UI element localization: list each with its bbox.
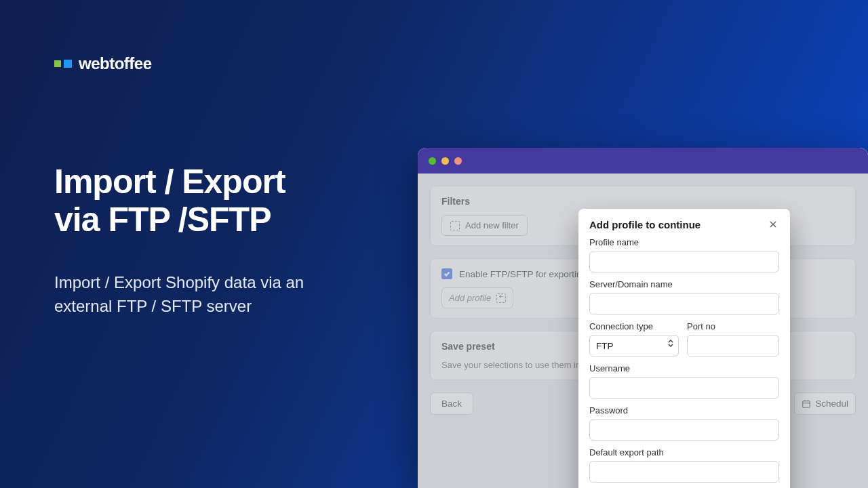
modal-title: Add profile to continue bbox=[589, 219, 701, 230]
username-input[interactable] bbox=[589, 377, 779, 399]
username-label: Username bbox=[589, 363, 779, 373]
traffic-light-icon bbox=[429, 157, 436, 165]
profile-name-input[interactable] bbox=[589, 251, 779, 272]
app-window: Filters Add new filter Enable FTP/SFTP f… bbox=[418, 148, 868, 488]
close-icon bbox=[769, 220, 777, 228]
server-domain-input[interactable] bbox=[589, 293, 779, 314]
brand-logo: webtoffee bbox=[54, 54, 152, 73]
password-label: Password bbox=[589, 405, 779, 415]
brand-name: webtoffee bbox=[79, 54, 152, 73]
profile-name-label: Profile name bbox=[589, 237, 779, 247]
port-input[interactable] bbox=[687, 335, 779, 357]
connection-type-select[interactable]: FTP bbox=[589, 335, 679, 357]
default-export-path-label: Default export path bbox=[589, 447, 779, 458]
server-domain-label: Server/Domain name bbox=[589, 279, 779, 289]
promo-canvas: webtoffee Import / Export via FTP /SFTP … bbox=[0, 0, 868, 488]
connection-type-label: Connection type bbox=[589, 321, 679, 331]
password-input[interactable] bbox=[589, 419, 779, 441]
hero-title-line1: Import / Export bbox=[54, 163, 285, 201]
logo-mark-icon bbox=[54, 60, 72, 68]
close-button[interactable] bbox=[767, 218, 779, 230]
traffic-light-icon bbox=[441, 157, 449, 165]
hero-subtitle-text: Import / Export Shopify data via an exte… bbox=[54, 271, 366, 319]
hero-subtitle: Import / Export Shopify data via an exte… bbox=[54, 271, 366, 319]
add-profile-modal: Add profile to continue Profile name Ser… bbox=[578, 209, 790, 488]
default-export-path-input[interactable] bbox=[589, 461, 779, 483]
hero-title: Import / Export via FTP /SFTP bbox=[54, 163, 380, 239]
traffic-light-icon bbox=[454, 157, 462, 165]
port-label: Port no bbox=[687, 321, 779, 331]
hero-title-line2: via FTP /SFTP bbox=[54, 201, 271, 239]
window-titlebar bbox=[418, 148, 868, 174]
app-body: Filters Add new filter Enable FTP/SFTP f… bbox=[418, 174, 868, 488]
